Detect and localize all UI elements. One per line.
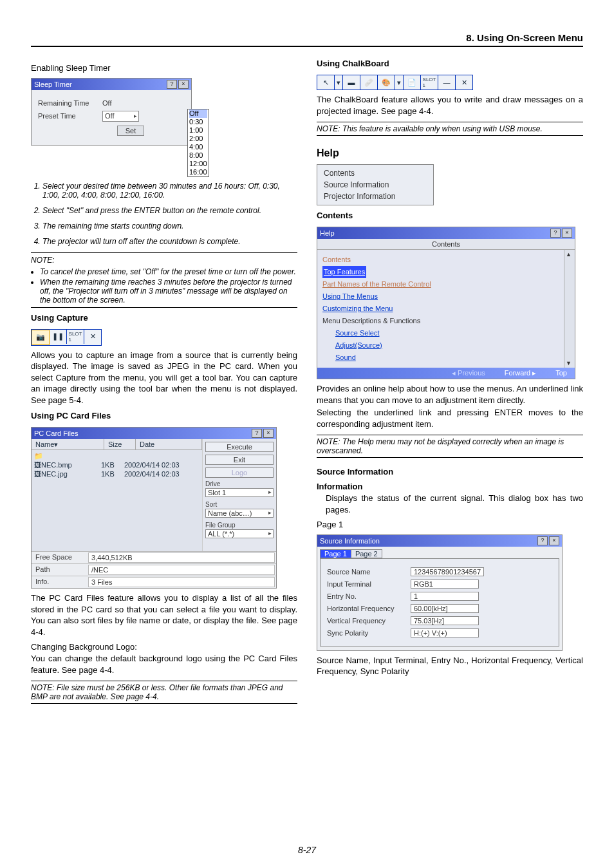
step-1: Select your desired time between 30 minu…	[42, 182, 297, 200]
drive-select[interactable]: Slot 1	[205, 488, 274, 497]
execute-button[interactable]: Execute	[205, 442, 274, 452]
tree-sound[interactable]: Sound	[322, 352, 559, 364]
rect-icon[interactable]: ▬	[343, 75, 360, 90]
filegroup-select[interactable]: ALL (*.*)	[205, 529, 274, 538]
pause-icon[interactable]: ❚❚	[50, 330, 67, 344]
col-date[interactable]: Date	[136, 439, 202, 449]
sync-lbl: Sync Polarity	[327, 629, 411, 637]
help-menu: Contents Source Information Projector In…	[317, 164, 434, 205]
dropdown-icon[interactable]: ▾	[335, 75, 343, 90]
pcfiles-window: PC Card Files ?× Name▾ Size Date 📁 🖼NEC.…	[31, 427, 277, 589]
help-icon[interactable]: ?	[252, 429, 262, 438]
option-100[interactable]: 1:00	[189, 126, 207, 135]
nav-forward[interactable]: Forward ▸	[505, 369, 536, 377]
close-icon[interactable]: ×	[178, 80, 189, 89]
pcfiles-note: NOTE: File size must be 256KB or less. O…	[31, 681, 297, 704]
option-1200[interactable]: 12:00	[189, 160, 207, 168]
changing-logo-hdr: Changing Background Logo:	[31, 641, 297, 653]
preset-time-label: Preset Time	[38, 112, 102, 120]
page-number: 8-27	[0, 845, 614, 855]
src-name-lbl: Source Name	[327, 568, 411, 576]
source-info-window: Source Information ?× Page 1 Page 2 Sour…	[317, 534, 563, 651]
tab-page2[interactable]: Page 2	[351, 549, 382, 558]
eraser-icon[interactable]: 🩹	[360, 75, 378, 90]
nav-previous[interactable]: ◂ Previous	[452, 369, 485, 377]
pcfiles-title: PC Card Files	[34, 429, 78, 437]
camera-icon[interactable]: 📷	[32, 330, 50, 345]
close-icon[interactable]: ×	[549, 536, 559, 545]
src-footer: Source Name, Input Terminal, Entry No., …	[317, 655, 583, 677]
table-row[interactable]: 🖼NEC.jpg1KB2002/04/14 02:03	[34, 469, 200, 478]
input-term-lbl: Input Terminal	[327, 580, 411, 588]
info-label: Info.	[32, 576, 87, 588]
tree-adjust-source[interactable]: Adjust(Source)	[322, 339, 559, 352]
option-200[interactable]: 2:00	[189, 135, 207, 143]
drive-label: Drive	[205, 480, 274, 487]
table-row[interactable]: 🖼NEC.bmp1KB2002/04/14 02:03	[34, 460, 200, 469]
page-header: 8. Using On-Screen Menu	[31, 32, 583, 47]
vfreq-val: 75.03[Hz]	[411, 616, 479, 625]
help-icon[interactable]: ?	[550, 229, 561, 238]
note-label: NOTE:	[31, 254, 297, 266]
option-800[interactable]: 8:00	[189, 151, 207, 160]
using-capture-title: Using Capture	[31, 313, 297, 323]
help-heading: Help	[317, 147, 583, 159]
scrollbar[interactable]	[564, 250, 575, 368]
info-hdr: Information	[317, 482, 583, 491]
chalk-note: NOTE: This feature is available only whe…	[317, 122, 583, 136]
tree-contents[interactable]: Contents	[322, 254, 559, 266]
tree-remote-parts[interactable]: Part Names of the Remote Control	[322, 278, 559, 290]
close-icon[interactable]: ×	[562, 229, 572, 238]
help-menu-projector-info[interactable]: Projector Information	[324, 191, 427, 202]
path-label: Path	[32, 564, 87, 576]
info-value: 3 Files	[88, 577, 275, 587]
tab-page1[interactable]: Page 1	[320, 549, 351, 558]
step-3: The remaining time starts counting down.	[42, 222, 297, 231]
option-400[interactable]: 4:00	[189, 143, 207, 151]
tree-custom-menu[interactable]: Customizing the Menu	[322, 303, 559, 315]
help-window: Help ?× Contents Contents Top Features P…	[317, 227, 575, 379]
srcwin-title: Source Information	[320, 537, 380, 545]
sheet-icon[interactable]: 📄	[404, 75, 421, 90]
logo-button[interactable]: Logo	[205, 467, 274, 478]
file-list[interactable]: Name▾ Size Date 📁 🖼NEC.bmp1KB2002/04/14 …	[32, 439, 203, 551]
palette-icon[interactable]: 🎨	[378, 75, 395, 90]
freespace-value: 3,440,512KB	[88, 552, 275, 563]
help-menu-contents[interactable]: Contents	[324, 167, 427, 179]
preset-time-select[interactable]: Off	[102, 111, 139, 122]
remaining-time-value: Off	[102, 99, 111, 107]
pointer-icon[interactable]: ↖	[317, 75, 335, 90]
tree-using-menus[interactable]: Using The Menus	[322, 290, 559, 303]
dropdown2-icon[interactable]: ▾	[395, 75, 404, 90]
set-button[interactable]: Set	[117, 126, 145, 136]
help-icon[interactable]: ?	[167, 80, 177, 89]
nav-top[interactable]: Top	[555, 369, 567, 377]
vfreq-lbl: Vertical Frequency	[327, 617, 411, 625]
close-icon[interactable]: ×	[263, 429, 274, 438]
sleep-title: Sleep Timer	[34, 80, 72, 88]
minimize-icon[interactable]: —	[438, 75, 456, 90]
slot-icon[interactable]: SLOT1	[421, 75, 438, 90]
tree-source-select[interactable]: Source Select	[322, 327, 559, 339]
slot-icon[interactable]: SLOT1	[67, 330, 84, 344]
exit-button[interactable]: Exit	[205, 455, 274, 465]
close-icon[interactable]: ✕	[456, 75, 472, 90]
sort-select[interactable]: Name (abc…)	[205, 509, 274, 518]
freespace-label: Free Space	[32, 552, 87, 563]
tree-top-features[interactable]: Top Features	[322, 266, 366, 278]
col-size[interactable]: Size	[104, 439, 136, 449]
close-icon[interactable]: ✕	[84, 330, 101, 344]
preset-time-dropdown[interactable]: Off 0:30 1:00 2:00 4:00 8:00 12:00 16:00	[187, 109, 209, 177]
step-4: The projector will turn off after the co…	[42, 237, 297, 246]
help-icon[interactable]: ?	[537, 536, 548, 545]
col-name[interactable]: Name▾	[32, 439, 104, 449]
option-off[interactable]: Off	[189, 109, 207, 118]
tree-menu-desc: Menu Descriptions & Functions	[322, 315, 559, 327]
help-menu-source-info[interactable]: Source Information	[324, 179, 427, 191]
capture-text: Allows you to capture an image from a so…	[31, 350, 297, 406]
option-030[interactable]: 0:30	[189, 118, 207, 126]
option-1600[interactable]: 16:00	[189, 168, 207, 176]
chalk-text: The ChalkBoard feature allows you to wri…	[317, 94, 583, 117]
source-info-hdr: Source Information	[317, 467, 583, 476]
using-chalk-title: Using ChalkBoard	[317, 59, 583, 68]
